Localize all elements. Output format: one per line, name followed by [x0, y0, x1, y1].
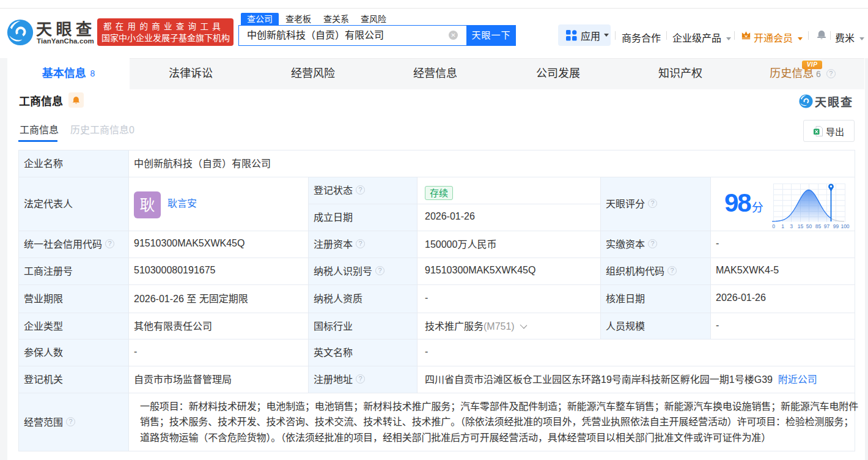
svg-text:85: 85 [815, 223, 822, 229]
svg-text:99: 99 [833, 223, 839, 229]
svg-text:1: 1 [781, 223, 784, 229]
svg-text:100: 100 [840, 223, 849, 229]
svg-text:3: 3 [790, 223, 793, 229]
svg-text:50: 50 [806, 223, 812, 229]
svg-text:15: 15 [798, 223, 804, 229]
svg-text:0: 0 [772, 223, 775, 229]
svg-text:97: 97 [824, 223, 830, 229]
